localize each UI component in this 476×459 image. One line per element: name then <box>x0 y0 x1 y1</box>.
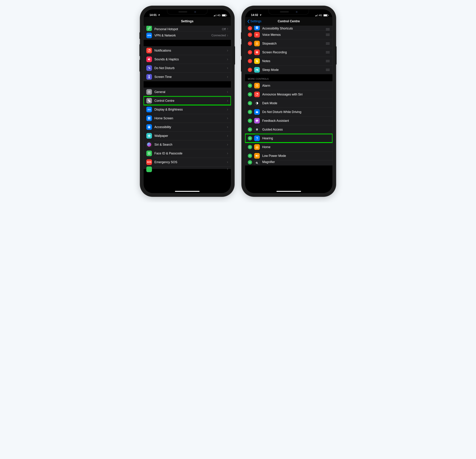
battery-icon <box>323 14 328 16</box>
add-button[interactable] <box>248 92 252 97</box>
row-label: Do Not Disturb While Driving <box>262 110 330 114</box>
settings-list[interactable]: Personal Hotspot Off › VPN VPN & Network… <box>144 26 231 193</box>
settings-row-faceid[interactable]: Face ID & Passcode › <box>144 149 231 158</box>
more-row-hearing[interactable]: Hearing <box>245 134 332 143</box>
remove-button[interactable] <box>248 33 252 37</box>
add-button[interactable] <box>248 136 252 140</box>
control-centre-list[interactable]: Accessibility Shortcuts Voice Memos Stop… <box>245 26 332 193</box>
settings-row-dnd[interactable]: Do Not Disturb › <box>144 64 231 73</box>
row-detail: Off <box>222 28 226 31</box>
add-button[interactable] <box>248 110 252 114</box>
row-label: Siri & Search <box>154 143 227 147</box>
add-button[interactable] <box>248 83 252 88</box>
nav-bar: Settings <box>144 17 231 26</box>
reorder-handle-icon[interactable] <box>326 51 330 53</box>
settings-row-vpn[interactable]: VPN VPN & Network Connected › <box>144 31 231 40</box>
row-label: Screen Recording <box>262 50 326 54</box>
row-label: Screen Time <box>154 75 227 79</box>
row-label: Announce Messages with Siri <box>262 93 330 96</box>
settings-row-screentime[interactable]: Screen Time › <box>144 73 231 81</box>
more-row-feedback[interactable]: Feedback Assistant <box>245 116 332 125</box>
settings-row-general[interactable]: General › <box>144 88 231 96</box>
add-button[interactable] <box>248 145 252 149</box>
more-row-alarm[interactable]: Alarm <box>245 81 332 90</box>
controlcentre-icon <box>146 98 152 104</box>
more-row-lowpower[interactable]: Low Power Mode <box>245 151 332 160</box>
guided-icon <box>254 127 260 132</box>
row-label: Sleep Mode <box>262 68 326 72</box>
add-button[interactable] <box>248 154 252 158</box>
feedback-icon <box>254 118 260 123</box>
svg-point-2 <box>149 92 150 92</box>
reorder-handle-icon[interactable] <box>326 69 330 71</box>
back-button[interactable]: Settings <box>247 19 261 23</box>
row-label: Emergency SOS <box>154 160 227 164</box>
add-button[interactable] <box>248 127 252 131</box>
row-label: Dark Mode <box>262 101 330 105</box>
settings-row-sos[interactable]: SOS Emergency SOS › <box>144 158 231 166</box>
included-row-a11y-shortcut[interactable]: Accessibility Shortcuts <box>245 26 332 30</box>
reorder-handle-icon[interactable] <box>326 42 330 45</box>
add-button[interactable] <box>248 119 252 123</box>
included-row-sleep[interactable]: Sleep Mode <box>245 66 332 74</box>
settings-row-unknown[interactable]: › <box>144 166 231 169</box>
settings-row-notifications[interactable]: Notifications › <box>144 46 231 55</box>
row-label: Do Not Disturb <box>154 66 227 70</box>
remove-button[interactable] <box>248 41 252 46</box>
row-label: Face ID & Passcode <box>154 152 227 155</box>
row-label: Personal Hotspot <box>154 27 222 31</box>
home-indicator[interactable] <box>276 191 301 192</box>
remove-button[interactable] <box>248 59 252 63</box>
chevron-right-icon: › <box>227 33 228 38</box>
more-controls-header: MORE CONTROLS <box>245 74 332 81</box>
vpn-icon: VPN <box>146 33 152 38</box>
svg-rect-8 <box>149 119 150 120</box>
settings-row-controlcentre[interactable]: Control Centre › <box>144 96 231 105</box>
settings-row-hotspot[interactable]: Personal Hotspot Off › <box>144 26 231 31</box>
more-row-darkmode[interactable]: Dark Mode <box>245 99 332 107</box>
included-row-notes[interactable]: Notes <box>245 57 332 66</box>
svg-rect-39 <box>258 156 258 156</box>
accessibility-icon <box>146 124 152 130</box>
add-button[interactable] <box>248 160 252 164</box>
row-label: Control Centre <box>154 99 227 103</box>
row-label: Wallpaper <box>154 134 227 138</box>
reorder-handle-icon[interactable] <box>326 34 330 36</box>
row-label: Voice Memos <box>262 33 326 37</box>
settings-row-homescreen[interactable]: Home Screen › <box>144 114 231 123</box>
chevron-right-icon: › <box>227 98 228 103</box>
voicememos-icon <box>254 32 260 38</box>
settings-row-sounds[interactable]: Sounds & Haptics › <box>144 55 231 64</box>
more-row-guided[interactable]: Guided Access <box>245 125 332 134</box>
reorder-handle-icon[interactable] <box>326 60 330 62</box>
included-row-stopwatch[interactable]: Stopwatch <box>245 39 332 48</box>
included-row-voicememos[interactable]: Voice Memos <box>245 30 332 39</box>
settings-row-display[interactable]: AA Display & Brightness › <box>144 105 231 114</box>
hotspot-icon <box>146 26 152 31</box>
more-row-home[interactable]: Home <box>245 143 332 151</box>
remove-button[interactable] <box>248 68 252 72</box>
page-title: Settings <box>181 19 193 23</box>
battery-icon <box>222 14 226 16</box>
homescreen-icon <box>146 115 152 121</box>
network-label: 4G <box>319 14 322 17</box>
settings-row-siri[interactable]: Siri & Search › <box>144 140 231 149</box>
sos-icon: SOS <box>146 159 152 165</box>
settings-row-accessibility[interactable]: Accessibility › <box>144 123 231 131</box>
more-row-dnd-drive[interactable]: Do Not Disturb While Driving <box>245 107 332 116</box>
included-row-screenrec[interactable]: Screen Recording <box>245 48 332 57</box>
svg-point-14 <box>148 135 149 136</box>
alarm-icon <box>254 83 260 89</box>
signal-icon <box>315 14 318 16</box>
reorder-handle-icon[interactable] <box>326 28 330 30</box>
sounds-icon <box>146 57 152 62</box>
general-icon <box>146 89 152 95</box>
home-indicator[interactable] <box>175 191 200 192</box>
more-row-magnifier[interactable]: Magnifier <box>245 160 332 165</box>
svg-point-32 <box>256 113 257 113</box>
settings-row-wallpaper[interactable]: Wallpaper › <box>144 131 231 140</box>
remove-button[interactable] <box>248 50 252 54</box>
remove-button[interactable] <box>248 26 252 30</box>
add-button[interactable] <box>248 101 252 105</box>
more-row-announce[interactable]: Announce Messages with Siri <box>245 90 332 99</box>
